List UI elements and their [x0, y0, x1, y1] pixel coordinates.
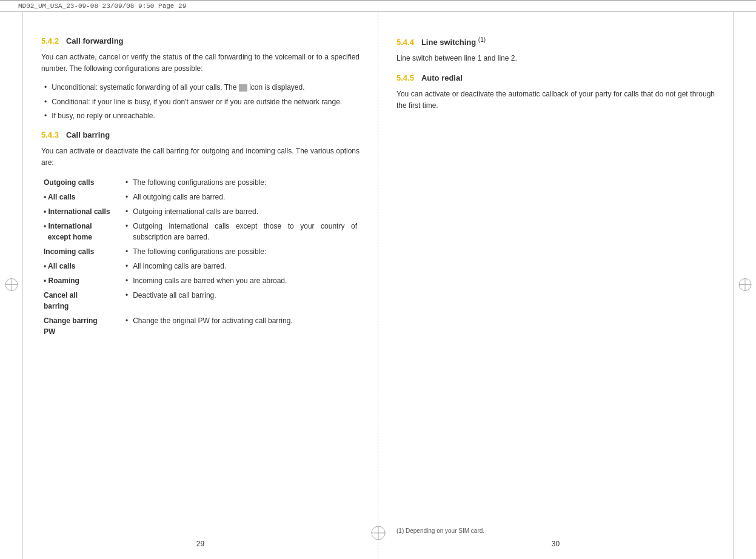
inner-content: 5.4.2 Call forwarding You can activate, … [23, 12, 733, 559]
label-roaming: • Roaming [44, 276, 79, 285]
table-row-intl-except: • International except home • Outgoing i… [41, 219, 360, 245]
bullet-item-ifbusy: • If busy, no reply or unreachable. [44, 110, 360, 122]
desc-outgoing-header: The following configurations are possibl… [130, 176, 360, 190]
table-row-all-incoming: • All calls • All incoming calls are bar… [41, 259, 360, 274]
label-outgoing-calls: Outgoing calls [44, 178, 94, 187]
crosshair-bottom [370, 524, 387, 543]
bullet-incoming-header: • [123, 245, 130, 259]
right-margin [733, 12, 756, 559]
bullet-cancel-barring: • [123, 289, 130, 314]
desc-intl-calls: Outgoing international calls are barred. [130, 205, 360, 219]
section-545-heading: 5.4.5 Auto redial [396, 73, 715, 82]
bullet-intl-except: • [123, 219, 130, 245]
header-text: MD02_UM_USA_23-09-08 23/09/08 9:50 Page … [18, 2, 186, 10]
bullet-text-3: If busy, no reply or unreachable. [52, 110, 155, 122]
section-544-sup: (1) [478, 36, 486, 43]
header-bar: MD02_UM_USA_23-09-08 23/09/08 9:50 Page … [0, 0, 756, 12]
left-column: 5.4.2 Call forwarding You can activate, … [23, 12, 378, 559]
bullet-all-incoming: • [123, 259, 130, 274]
desc-all-incoming: All incoming calls are barred. [130, 259, 360, 274]
table-row-roaming: • Roaming • Incoming calls are barred wh… [41, 274, 360, 289]
table-row-change-pw: Change barringPW • Change the original P… [41, 314, 360, 340]
bullet-dot-2: • [44, 96, 47, 108]
section-543-heading: 5.4.3 Call barring [41, 130, 360, 139]
crosshair-right [738, 278, 752, 292]
page-number-right: 30 [378, 539, 733, 548]
label-incoming-calls: Incoming calls [44, 247, 94, 256]
desc-all-outgoing: All outgoing calls are barred. [130, 190, 360, 205]
bullet-outgoing-header: • [123, 176, 130, 190]
section-543-num: 5.4.3 [41, 130, 59, 139]
bullet-text-1: Unconditional: systematic forwarding of … [52, 82, 304, 93]
page-container: MD02_UM_USA_23-09-08 23/09/08 9:50 Page … [0, 0, 756, 559]
section-544-title-text: Line switching [421, 38, 476, 47]
barring-table: Outgoing calls • The following configura… [41, 176, 360, 340]
desc-incoming-header: The following configurations are possibl… [130, 245, 360, 259]
label-all-calls-outgoing: • All calls [44, 193, 75, 201]
desc-change-pw: Change the original PW for activating ca… [130, 314, 360, 340]
table-row-incoming-header: Incoming calls • The following configura… [41, 245, 360, 259]
desc-roaming: Incoming calls are barred when you are a… [130, 274, 360, 289]
table-row-cancel-barring: Cancel allbarring • Deactivate all call … [41, 289, 360, 314]
section-542-num: 5.4.2 [41, 36, 59, 45]
label-change-pw: Change barringPW [44, 316, 98, 336]
main-content: 5.4.2 Call forwarding You can activate, … [0, 12, 756, 559]
section-544-body: Line switch between line 1 and line 2. [396, 53, 715, 64]
label-all-calls-incoming: • All calls [44, 262, 75, 270]
bullet-dot-3: • [44, 110, 47, 122]
table-row-intl-calls: • International calls • Outgoing interna… [41, 205, 360, 219]
label-cancel-barring: Cancel allbarring [44, 291, 78, 310]
footnote-area: (1) Depending on your SIM card. [396, 526, 727, 535]
bullet-text-2: Conditional: if your line is busy, if yo… [52, 96, 342, 108]
section-543-intro: You can activate or deactivate the call … [41, 146, 360, 169]
bullet-change-pw: • [123, 314, 130, 340]
section-545-title: Auto redial [421, 73, 463, 82]
right-column: 5.4.4 Line switching (1) Line switch bet… [378, 12, 733, 559]
section-543-title: Call barring [66, 130, 110, 139]
bullet-item-conditional: • Conditional: if your line is busy, if … [44, 96, 360, 108]
desc-cancel-barring: Deactivate all call barring. [130, 289, 360, 314]
bullet-all-outgoing: • [123, 190, 130, 205]
section-542-bullets: • Unconditional: systematic forwarding o… [41, 82, 360, 122]
section-542-intro: You can activate, cancel or verify the s… [41, 52, 360, 75]
bullet-roaming: • [123, 274, 130, 289]
table-row-outgoing-header: Outgoing calls • The following configura… [41, 176, 360, 190]
section-542-title: Call forwarding [66, 36, 124, 45]
bullet-item-unconditional: • Unconditional: systematic forwarding o… [44, 82, 360, 93]
table-row-all-outgoing: • All calls • All outgoing calls are bar… [41, 190, 360, 205]
crosshair-left [4, 278, 19, 292]
left-margin [0, 12, 23, 559]
section-542-heading: 5.4.2 Call forwarding [41, 36, 360, 45]
footnote-text: (1) Depending on your SIM card. [396, 527, 484, 534]
section-544-title: Line switching (1) [421, 36, 486, 47]
bullet-dot-1: • [44, 82, 47, 93]
label-intl-except: • International except home [44, 222, 92, 241]
section-544-heading: 5.4.4 Line switching (1) [396, 36, 715, 47]
section-544-num: 5.4.4 [396, 38, 414, 47]
bullet-intl-calls: • [123, 205, 130, 219]
phone-icon [239, 84, 247, 92]
section-545-num: 5.4.5 [396, 73, 414, 82]
desc-intl-except: Outgoing international calls except thos… [130, 219, 360, 245]
section-545-body: You can activate or deactivate the autom… [396, 89, 715, 112]
label-intl-calls: • International calls [44, 207, 110, 216]
page-number-left: 29 [23, 539, 378, 548]
